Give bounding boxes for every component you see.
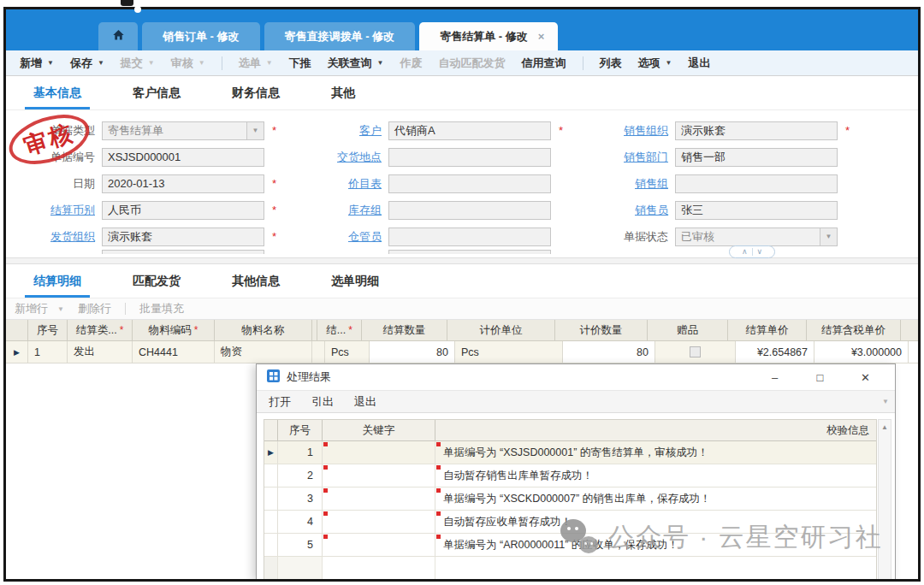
cell-price-qty[interactable]: 80: [563, 341, 655, 363]
export-menu-item[interactable]: 引出: [311, 394, 334, 410]
sales-group-link[interactable]: 销售组: [596, 176, 675, 192]
push-down-button[interactable]: 下推: [289, 56, 311, 71]
col-price-unit[interactable]: 计价单位: [447, 320, 555, 340]
audit-button[interactable]: 审核▼: [171, 56, 205, 71]
cell-settle-unit[interactable]: Pcs: [325, 341, 370, 363]
sales-org-input[interactable]: 演示账套: [675, 121, 838, 140]
col-settle-unit[interactable]: 结...*: [317, 320, 362, 340]
tab-customer-info[interactable]: 客户信息: [124, 83, 189, 109]
col-material-name[interactable]: 物料名称: [215, 320, 312, 340]
cell-message[interactable]: 自动暂存销售出库单暂存成功！: [435, 464, 876, 487]
result-row[interactable]: 3 单据编号为 “XSCKD000007” 的销售出库单，保存成功！: [264, 488, 876, 511]
cell-keyword[interactable]: [323, 511, 435, 533]
warehouse-keeper-link[interactable]: 仓管员: [301, 229, 388, 245]
settle-currency-link[interactable]: 结算币别: [6, 203, 102, 218]
tab-consign-settlement[interactable]: 寄售结算单 - 修改 ×: [419, 22, 558, 50]
dialog-titlebar[interactable]: 处理结果 – □ ✕: [257, 364, 895, 390]
col-settle-qty[interactable]: 结算数量: [362, 320, 447, 340]
auto-match-delivery-button[interactable]: 自动匹配发货: [439, 56, 506, 71]
related-query-button[interactable]: 关联查询▼: [328, 56, 384, 71]
doc-type-input[interactable]: 寄售结算单▼: [102, 121, 264, 140]
delete-row-button[interactable]: 删除行: [78, 301, 111, 316]
home-tab[interactable]: [98, 22, 138, 50]
exit-menu-item[interactable]: 退出: [354, 394, 376, 410]
tab-selected-order-detail[interactable]: 选单明细: [323, 271, 388, 298]
tab-sales-order[interactable]: 销售订单 - 修改: [142, 22, 260, 50]
result-row[interactable]: 5 单据编号为 “AR00000011” 的应收单，保存成功！: [264, 534, 876, 557]
new-button[interactable]: 新增▼: [20, 56, 54, 71]
customer-link[interactable]: 客户: [301, 123, 388, 139]
cell-message[interactable]: 自动暂存应收单暂存成功！: [435, 511, 876, 533]
cell-keyword[interactable]: [323, 464, 435, 487]
result-col-message[interactable]: 校验信息: [435, 420, 876, 440]
dropdown-icon[interactable]: ▼: [98, 59, 104, 67]
close-tab-icon[interactable]: ×: [538, 30, 545, 43]
cell-material-name[interactable]: 物资: [215, 341, 312, 363]
warehouse-keeper-input[interactable]: [388, 228, 551, 246]
maximize-button[interactable]: □: [801, 371, 839, 384]
stock-group-input[interactable]: [388, 201, 551, 220]
cell-keyword[interactable]: [323, 534, 435, 556]
save-button[interactable]: 保存▼: [70, 56, 104, 71]
col-settle-price[interactable]: 结算单价: [728, 320, 807, 340]
dropdown-icon[interactable]: ▼: [666, 59, 672, 67]
cell-settle-price[interactable]: ¥2.654867: [736, 341, 814, 363]
sales-group-input[interactable]: [675, 174, 838, 193]
batch-fill-button[interactable]: 批量填充: [139, 301, 184, 316]
void-button[interactable]: 作废: [400, 56, 423, 71]
cell-message[interactable]: 单据编号为 “AR00000011” 的应收单，保存成功！: [435, 534, 876, 556]
exit-button[interactable]: 退出: [688, 56, 710, 71]
collapse-expand-control[interactable]: ∧ ∨: [729, 245, 775, 258]
cell-keyword[interactable]: [323, 441, 435, 464]
collapse-up-icon[interactable]: ∧: [742, 248, 748, 256]
price-list-input[interactable]: [388, 174, 551, 193]
cell-settle-price-tax[interactable]: ¥3.000000: [814, 341, 909, 363]
doc-no-input[interactable]: XSJSD000001: [102, 148, 264, 167]
col-material-code[interactable]: 物料编码*: [133, 320, 215, 340]
cell-message[interactable]: 单据编号为 “XSCKD000007” 的销售出库单，保存成功！: [435, 488, 876, 510]
date-input[interactable]: 2020-01-13: [102, 174, 264, 193]
salesperson-input[interactable]: 张三: [675, 201, 838, 220]
result-row[interactable]: 4 自动暂存应收单暂存成功！: [264, 511, 876, 534]
dropdown-icon[interactable]: ▼: [47, 59, 54, 67]
result-row[interactable]: 2 自动暂存销售出库单暂存成功！: [264, 464, 876, 488]
minimize-button[interactable]: –: [755, 371, 794, 384]
delivery-org-link[interactable]: 发货组织: [6, 229, 102, 245]
customer-input[interactable]: 代销商A: [388, 121, 551, 140]
submit-button[interactable]: 提交▼: [121, 56, 155, 71]
price-list-link[interactable]: 价目表: [301, 176, 388, 192]
salesperson-link[interactable]: 销售员: [596, 203, 675, 218]
tab-other-info[interactable]: 其他信息: [223, 271, 288, 298]
delivery-place-link[interactable]: 交货地点: [301, 150, 388, 165]
grid-data-row[interactable]: ▶ 1 发出 CH4441 物资 Pcs 80 Pcs 80 ¥2.654867…: [6, 341, 918, 363]
tab-other[interactable]: 其他: [323, 83, 364, 109]
col-free-gift[interactable]: 赠品: [648, 320, 728, 340]
cell-seq[interactable]: 1: [28, 341, 68, 363]
credit-query-button[interactable]: 信用查询: [522, 56, 566, 71]
result-row[interactable]: ▶ 1 单据编号为 “XSJSD000001” 的寄售结算单，审核成功！: [264, 441, 876, 464]
select-order-button[interactable]: 选单▼: [239, 56, 273, 71]
cell-price-unit[interactable]: Pcs: [455, 341, 563, 363]
menu-overflow-icon[interactable]: ▼: [882, 398, 889, 405]
col-price-qty[interactable]: 计价数量: [555, 320, 648, 340]
cell-material-code[interactable]: CH4441: [133, 341, 215, 363]
dialog-close-button[interactable]: ✕: [846, 371, 885, 384]
cell-message[interactable]: 单据编号为 “XSJSD000001” 的寄售结算单，审核成功！: [435, 441, 876, 464]
add-row-button[interactable]: 新增行▼: [15, 301, 64, 316]
list-button[interactable]: 列表: [600, 56, 622, 71]
col-settle-type[interactable]: 结算类...*: [68, 320, 133, 340]
cell-settle-qty[interactable]: 80: [370, 341, 455, 363]
col-settle-price-tax[interactable]: 结算含税单价: [807, 320, 901, 340]
sales-org-link[interactable]: 销售组织: [596, 123, 675, 139]
open-menu-item[interactable]: 打开: [269, 394, 291, 410]
options-button[interactable]: 选项▼: [638, 56, 672, 71]
collapse-down-icon[interactable]: ∨: [757, 248, 763, 256]
cell-settle-type[interactable]: 发出: [68, 341, 133, 363]
result-col-keyword[interactable]: 关键字: [323, 420, 435, 440]
tab-consign-transfer[interactable]: 寄售直接调拨单 - 修改: [264, 22, 416, 50]
sales-dept-link[interactable]: 销售部门: [596, 150, 675, 165]
tab-finance-info[interactable]: 财务信息: [223, 83, 288, 109]
dropdown-arrow-icon[interactable]: ▼: [246, 122, 264, 139]
dropdown-icon[interactable]: ▼: [377, 59, 384, 67]
sales-dept-input[interactable]: 销售一部: [675, 148, 838, 167]
